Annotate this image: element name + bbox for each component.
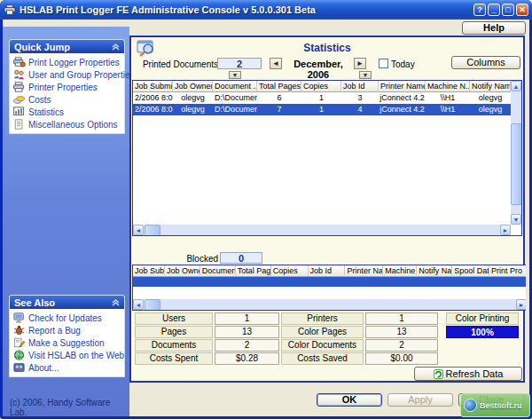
globe-icon: [464, 399, 477, 412]
refresh-data-button[interactable]: Refresh Data: [414, 367, 522, 381]
dropdown-icon[interactable]: ▼: [359, 71, 372, 79]
column-header[interactable]: Machine ...: [383, 265, 417, 277]
today-label[interactable]: Today: [391, 59, 415, 69]
table-header-row: Job Subm... Job Owner Documen... Total P…: [133, 265, 526, 277]
color-printing-label: Color Printing: [446, 312, 519, 325]
sidebar-item-check-for-updates[interactable]: Check for Updates: [12, 312, 122, 324]
sidebar: Quick Jump Print Logger Properties User …: [3, 27, 129, 416]
table-row-selected-empty[interactable]: [133, 277, 526, 287]
stat-label: Documents: [135, 339, 213, 352]
sidebar-item-about[interactable]: About...: [12, 361, 122, 374]
columns-button[interactable]: Columns: [451, 56, 520, 69]
scroll-right-icon[interactable]: ►: [500, 225, 511, 235]
scroll-left-icon[interactable]: ◄: [133, 225, 144, 235]
horizontal-scrollbar[interactable]: ◄ ►: [133, 299, 526, 310]
printed-documents-table: Job Submitt... Job Owner Document ... To…: [132, 80, 522, 236]
blocked-documents-value: 0: [220, 252, 262, 264]
stat-label: Pages: [135, 326, 213, 338]
apply-button[interactable]: Apply: [387, 393, 453, 407]
app-window: HSLAB Print Logger FE Administrative Con…: [0, 0, 532, 419]
quick-jump-header[interactable]: Quick Jump: [10, 40, 124, 53]
page-title: Statistics: [131, 42, 523, 54]
help-button[interactable]: Help: [462, 21, 526, 35]
monitor-icon: [12, 312, 26, 323]
table-row-selected[interactable]: 2/2006 8:03:0 olegvg D:\Documents 7 1 4 …: [133, 104, 521, 115]
column-header[interactable]: Job Subm...: [133, 265, 165, 277]
stat-label: Costs Saved: [281, 352, 364, 365]
column-header[interactable]: Document ...: [213, 81, 257, 92]
stat-value: 13: [365, 326, 438, 338]
sidebar-item-miscellaneous-options[interactable]: Miscellaneous Options: [12, 118, 122, 130]
scroll-down-icon[interactable]: ▼: [511, 214, 521, 225]
quick-jump-title: Quick Jump: [14, 42, 70, 52]
today-checkbox[interactable]: [379, 59, 388, 68]
sidebar-item-make-a-suggestion[interactable]: Make a Suggestion: [12, 336, 122, 349]
next-month-button[interactable]: ►: [354, 58, 366, 69]
sidebar-item-print-logger-properties[interactable]: Print Logger Properties: [12, 56, 122, 68]
window-title: HSLAB Print Logger FE Administrative Con…: [20, 4, 472, 15]
statistics-panel: Statistics Printed Documents 2 ▼ ◄ Decem…: [129, 36, 525, 383]
scroll-up-icon[interactable]: ▲: [511, 81, 521, 91]
scrollbar-thumb[interactable]: [145, 299, 160, 311]
horizontal-scrollbar[interactable]: ◄ ►: [133, 225, 511, 235]
quick-jump-panel: Quick Jump Print Logger Properties User …: [9, 39, 125, 134]
sidebar-item-costs[interactable]: Costs: [12, 93, 122, 106]
bug-icon: [12, 325, 26, 336]
scrollbar-thumb[interactable]: [145, 225, 160, 236]
sidebar-item-printer-properties[interactable]: Printer Properties: [12, 81, 122, 93]
column-header[interactable]: Print Pro: [489, 265, 526, 277]
column-header[interactable]: Job Owner: [173, 81, 213, 92]
watermark-text: Bestsoft.ru: [480, 401, 522, 410]
about-icon: [12, 362, 26, 373]
scroll-left-icon[interactable]: ◄: [133, 299, 144, 310]
chevron-up-icon[interactable]: [112, 43, 120, 51]
chevron-up-icon[interactable]: [112, 299, 120, 306]
column-header[interactable]: Spool Dat...: [452, 265, 489, 277]
column-header[interactable]: Machine N...: [426, 81, 470, 92]
printed-documents-value[interactable]: 2: [217, 58, 262, 69]
blocked-documents-table: Job Subm... Job Owner Documen... Total P…: [132, 265, 526, 311]
column-header[interactable]: Notify Na...: [417, 265, 452, 277]
minimize-icon[interactable]: _: [488, 4, 500, 16]
see-also-header[interactable]: See Also: [10, 296, 124, 309]
prev-month-button[interactable]: ◄: [270, 58, 282, 69]
ok-button[interactable]: OK: [317, 393, 382, 407]
column-header[interactable]: Job Id: [309, 265, 346, 277]
column-header[interactable]: Job Submitt...: [133, 81, 173, 92]
title-bar[interactable]: HSLAB Print Logger FE Administrative Con…: [0, 0, 532, 20]
column-header[interactable]: Copies: [301, 81, 341, 92]
users-icon: [12, 69, 26, 80]
column-header[interactable]: Printer Name: [379, 81, 426, 92]
stat-value: 2: [215, 339, 279, 352]
column-header[interactable]: Printer Na...: [345, 265, 383, 277]
coins-icon: [12, 94, 26, 105]
stat-value: 2: [365, 339, 438, 352]
column-header[interactable]: Total Pag...: [236, 265, 271, 277]
stat-label: Costs Spent: [135, 352, 213, 365]
column-header[interactable]: Job Id: [341, 81, 379, 92]
window-help-icon[interactable]: ?: [473, 4, 486, 16]
vertical-scrollbar[interactable]: ▲ ▼: [511, 81, 521, 225]
stat-value: 1: [365, 312, 438, 325]
table-row[interactable]: 2/2006 8:01:5 olegvg D:\Documents 6 1 3 …: [133, 92, 521, 104]
watermark: Bestsoft.ru: [460, 393, 530, 417]
column-header[interactable]: Documen...: [200, 265, 236, 277]
table-header-row: Job Submitt... Job Owner Document ... To…: [133, 81, 521, 92]
sidebar-item-visit-hslab-on-the-web[interactable]: Visit HSLAB on the Web: [12, 349, 122, 361]
maximize-icon[interactable]: □: [502, 4, 514, 16]
column-header[interactable]: Total Pages: [257, 81, 301, 92]
month-label: December, 2006: [284, 59, 353, 80]
sidebar-item-report-a-bug[interactable]: Report a Bug: [12, 324, 122, 336]
scroll-right-icon[interactable]: ►: [516, 299, 526, 310]
dropdown-icon[interactable]: ▼: [229, 71, 241, 79]
stat-value: $0.28: [215, 352, 279, 365]
sidebar-item-statistics[interactable]: Statistics: [12, 106, 122, 118]
close-icon[interactable]: ✕: [516, 4, 528, 16]
print-logger-properties-icon: [12, 57, 26, 67]
sidebar-item-user-and-group-properties[interactable]: User and Group Properties: [12, 68, 122, 81]
column-header[interactable]: Notify Name: [470, 81, 511, 92]
column-header[interactable]: Copies: [271, 265, 309, 277]
statistics-icon: [12, 107, 26, 117]
column-header[interactable]: Job Owner: [165, 265, 200, 277]
scrollbar-thumb[interactable]: [511, 123, 522, 205]
